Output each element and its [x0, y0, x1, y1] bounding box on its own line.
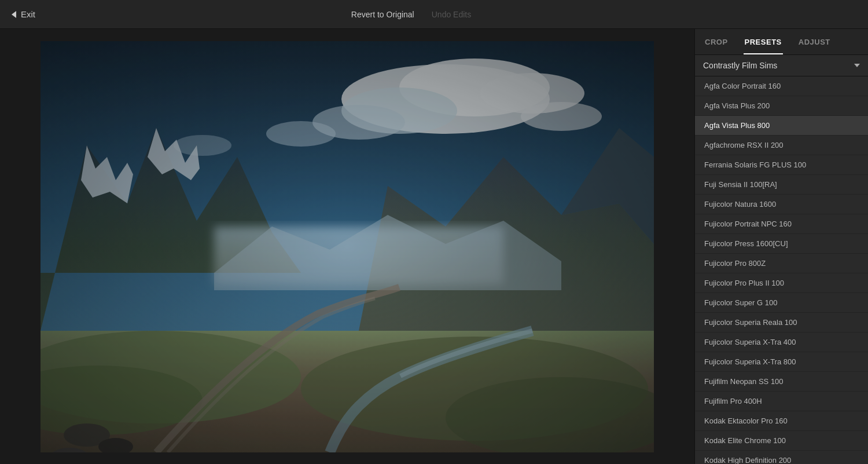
preset-item-fujicolor-super-g-100[interactable]: Fujicolor Super G 100 [695, 293, 868, 313]
photo-canvas [41, 41, 654, 452]
back-chevron-icon [12, 11, 16, 18]
preset-item-fujifilm-neopan-ss-100[interactable]: Fujifilm Neopan SS 100 [695, 372, 868, 392]
tab-adjust[interactable]: ADJUST [797, 29, 832, 54]
preset-item-fujicolor-pro-800z[interactable]: Fujicolor Pro 800Z [695, 254, 868, 273]
main-content: CROP PRESETS ADJUST Contrastly Film Sims… [0, 29, 868, 464]
preset-item-fujicolor-superia-xtra-400[interactable]: Fujicolor Superia X-Tra 400 [695, 333, 868, 352]
landscape-photo [41, 41, 654, 452]
tab-presets[interactable]: PRESETS [744, 29, 783, 54]
preset-list: Agfa Color Portrait 160Agfa Vista Plus 2… [695, 76, 868, 464]
tab-crop[interactable]: CROP [704, 29, 729, 54]
tabs-bar: CROP PRESETS ADJUST [695, 29, 868, 55]
dropdown-arrow-icon [854, 64, 860, 67]
image-area [0, 29, 694, 464]
topbar-actions: Revert to Original Undo Edits [351, 10, 471, 19]
preset-item-agfa-vista-plus-200[interactable]: Agfa Vista Plus 200 [695, 96, 868, 116]
preset-item-agfa-color-portrait-160[interactable]: Agfa Color Portrait 160 [695, 76, 868, 96]
preset-item-fujicolor-superia-xtra-800[interactable]: Fujicolor Superia X-Tra 800 [695, 352, 868, 372]
revert-button[interactable]: Revert to Original [351, 10, 414, 19]
preset-item-kodak-high-definition-200[interactable]: Kodak High Definition 200 [695, 451, 868, 464]
exit-label: Exit [21, 9, 35, 19]
preset-item-fujicolor-natura-1600[interactable]: Fujicolor Natura 1600 [695, 195, 868, 214]
preset-item-kodak-elite-chrome-100[interactable]: Kodak Elite Chrome 100 [695, 431, 868, 451]
right-panel: CROP PRESETS ADJUST Contrastly Film Sims… [694, 29, 868, 464]
dropdown-label: Contrastly Film Sims [703, 61, 777, 70]
preset-item-fujicolor-press-1600-cu[interactable]: Fujicolor Press 1600[CU] [695, 234, 868, 254]
undo-button[interactable]: Undo Edits [432, 10, 471, 19]
preset-item-fujicolor-superia-reala-100[interactable]: Fujicolor Superia Reala 100 [695, 313, 868, 333]
preset-item-fujicolor-pro-plus-ii-100[interactable]: Fujicolor Pro Plus II 100 [695, 273, 868, 293]
preset-category-dropdown[interactable]: Contrastly Film Sims [695, 55, 868, 76]
preset-item-fuji-sensia-ii-100-ra[interactable]: Fuji Sensia II 100[RA] [695, 175, 868, 195]
svg-rect-25 [41, 41, 654, 452]
preset-item-agfa-vista-plus-800[interactable]: Agfa Vista Plus 800 [695, 116, 868, 136]
topbar: Exit Revert to Original Undo Edits [0, 0, 868, 29]
preset-item-ferrania-solaris-fg-plus-100[interactable]: Ferrania Solaris FG PLUS 100 [695, 155, 868, 175]
preset-item-agfachrome-rsx-ii-200[interactable]: Agfachrome RSX II 200 [695, 136, 868, 155]
preset-item-kodak-ektacolor-pro-160[interactable]: Kodak Ektacolor Pro 160 [695, 411, 868, 431]
preset-item-fujifilm-pro-400h[interactable]: Fujifilm Pro 400H [695, 392, 868, 411]
exit-button[interactable]: Exit [12, 9, 35, 19]
preset-item-fujicolor-portrait-npc-160[interactable]: Fujicolor Portrait NPC 160 [695, 214, 868, 234]
